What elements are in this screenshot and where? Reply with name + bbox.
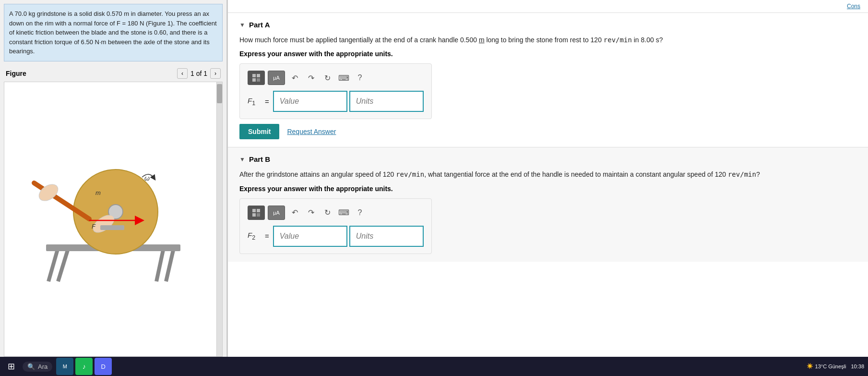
- weather-display: ☀️ 13°C Güneşli: [807, 363, 846, 369]
- figure-image: ω m F: [4, 82, 223, 357]
- part-b-redo-button[interactable]: ↷: [304, 206, 318, 219]
- part-a-matrix-button[interactable]: [248, 71, 265, 85]
- part-b-keyboard-button[interactable]: ⌨: [337, 206, 350, 219]
- part-b-mu-button[interactable]: μΑ: [268, 206, 285, 220]
- search-bar[interactable]: 🔍 Ara: [23, 362, 52, 372]
- top-link[interactable]: Cons: [228, 0, 868, 12]
- part-b-value-input[interactable]: [273, 226, 347, 247]
- part-a-undo-button[interactable]: ↶: [288, 71, 301, 85]
- part-b-section: ▼ Part B After the grindstone attains an…: [228, 147, 868, 261]
- svg-line-1: [156, 248, 164, 281]
- svg-rect-22: [257, 209, 260, 212]
- part-b-units-input[interactable]: [349, 226, 424, 247]
- svg-rect-20: [257, 78, 260, 82]
- svg-text:m: m: [95, 189, 101, 196]
- figure-next-button[interactable]: ›: [210, 68, 221, 79]
- figure-scrollbar[interactable]: [216, 82, 222, 357]
- part-b-question: After the grindstone attains an angular …: [239, 169, 856, 180]
- svg-line-2: [58, 250, 68, 281]
- taskbar-app-mastering[interactable]: M: [56, 358, 73, 375]
- part-b-answer-box: μΑ ↶ ↷ ↻ ⌨ ? F2 =: [239, 198, 432, 254]
- part-b-input-row: F2 =: [248, 226, 424, 247]
- svg-rect-24: [257, 213, 260, 217]
- taskbar: ⊞ 🔍 Ara M ♪ D ☀️ 13°C Güneşli 10:38: [0, 357, 868, 376]
- svg-text:F: F: [92, 223, 96, 230]
- svg-rect-17: [252, 74, 256, 77]
- part-a-input-row: F1 =: [248, 91, 424, 112]
- part-b-help-button[interactable]: ?: [353, 206, 367, 219]
- part-a-mu-button[interactable]: μΑ: [268, 71, 285, 85]
- part-a-action-row: Submit Request Answer: [239, 124, 856, 139]
- part-a-label: Part A: [249, 21, 270, 29]
- part-a-collapse-arrow[interactable]: ▼: [239, 22, 245, 28]
- search-icon: 🔍: [27, 363, 35, 370]
- part-a-toolbar: μΑ ↶ ↷ ↻ ⌨ ?: [248, 71, 424, 85]
- svg-line-3: [166, 250, 173, 281]
- part-a-refresh-button[interactable]: ↻: [321, 71, 334, 85]
- part-b-equals: =: [265, 232, 269, 240]
- part-b-express-label: Express your answer with the appropriate…: [239, 185, 856, 193]
- figure-title: Figure: [6, 70, 26, 77]
- part-b-label: Part B: [249, 155, 270, 163]
- part-a-help-button[interactable]: ?: [353, 71, 367, 85]
- part-a-answer-box: μΑ ↶ ↷ ↻ ⌨ ? F1 =: [239, 63, 432, 119]
- part-a-question: How much force must be applied tangentia…: [239, 35, 856, 45]
- figure-nav: ‹ 1 of 1 ›: [177, 68, 221, 79]
- svg-rect-19: [252, 78, 256, 82]
- part-a-redo-button[interactable]: ↷: [304, 71, 318, 85]
- part-a-express-label: Express your answer with the appropriate…: [239, 50, 856, 58]
- figure-pagination: 1 of 1: [190, 70, 207, 77]
- figure-header: Figure ‹ 1 of 1 ›: [0, 65, 226, 82]
- figure-prev-button[interactable]: ‹: [177, 68, 188, 79]
- taskbar-app-discord[interactable]: D: [95, 358, 112, 375]
- part-b-header: ▼ Part B: [239, 155, 856, 163]
- svg-rect-18: [257, 74, 260, 77]
- svg-text:ω: ω: [144, 174, 150, 182]
- start-button[interactable]: ⊞: [4, 359, 19, 374]
- part-a-request-button[interactable]: Request Answer: [287, 128, 336, 135]
- part-b-refresh-button[interactable]: ↻: [321, 206, 334, 219]
- time-display: 10:38: [851, 363, 864, 370]
- taskbar-app-spotify[interactable]: ♪: [75, 358, 93, 375]
- part-a-submit-button[interactable]: Submit: [239, 124, 279, 139]
- part-b-undo-button[interactable]: ↶: [288, 206, 301, 219]
- part-a-section: ▼ Part A How much force must be applied …: [228, 12, 868, 147]
- part-a-keyboard-button[interactable]: ⌨: [337, 71, 350, 85]
- grindstone-svg: ω m F: [20, 154, 207, 284]
- svg-rect-21: [252, 209, 256, 212]
- right-panel: Cons ▼ Part A How much force must be app…: [228, 0, 868, 357]
- part-a-value-input[interactable]: [273, 91, 347, 112]
- problem-description: A 70.0 kg grindstone is a solid disk 0.5…: [9, 10, 217, 55]
- part-b-matrix-button[interactable]: [248, 206, 265, 220]
- weather-text: 13°C Güneşli: [815, 364, 846, 369]
- svg-line-0: [48, 248, 58, 281]
- problem-text: A 70.0 kg grindstone is a solid disk 0.5…: [4, 4, 223, 61]
- scrollbar-thumb: [217, 84, 222, 103]
- clock: 10:38: [851, 363, 864, 370]
- part-b-toolbar: μΑ ↶ ↷ ↻ ⌨ ?: [248, 206, 424, 220]
- part-a-header: ▼ Part A: [239, 21, 856, 29]
- part-a-eq-label: F1: [248, 97, 261, 107]
- taskbar-right: ☀️ 13°C Güneşli 10:38: [807, 363, 864, 370]
- part-b-collapse-arrow[interactable]: ▼: [239, 156, 245, 163]
- part-a-units-input[interactable]: [349, 91, 424, 112]
- left-panel: A 70.0 kg grindstone is a solid disk 0.5…: [0, 0, 228, 357]
- svg-rect-23: [252, 213, 256, 217]
- taskbar-apps: M ♪ D: [56, 358, 112, 375]
- search-label: Ara: [38, 363, 48, 370]
- part-b-eq-label: F2: [248, 231, 261, 241]
- svg-rect-16: [100, 225, 124, 230]
- part-a-equals: =: [265, 97, 269, 106]
- weather-icon: ☀️: [807, 363, 813, 369]
